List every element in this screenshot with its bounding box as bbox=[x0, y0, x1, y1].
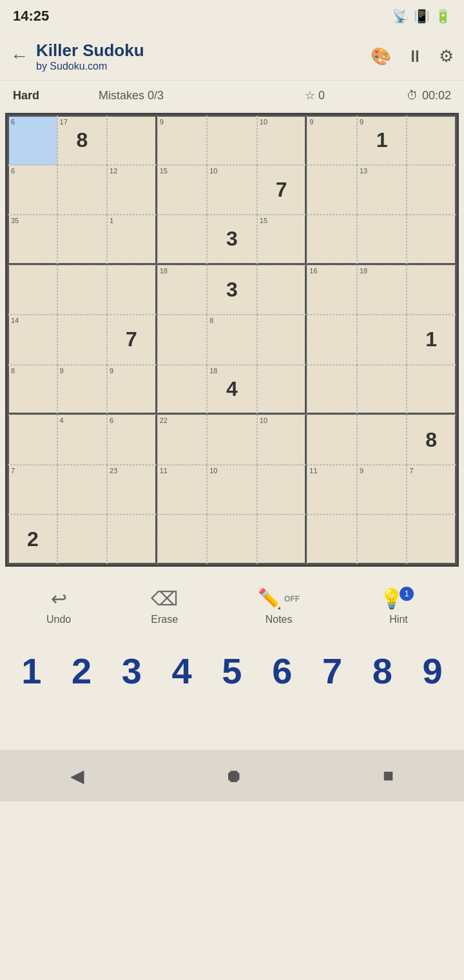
cell-r4-c0[interactable]: 14 bbox=[7, 315, 57, 365]
cell-r1-c7[interactable]: 13 bbox=[357, 165, 407, 215]
cell-r5-c6[interactable] bbox=[307, 365, 357, 415]
cell-r2-c1[interactable] bbox=[57, 215, 108, 265]
cell-r1-c5[interactable]: 7 bbox=[257, 165, 307, 215]
cell-r5-c0[interactable]: 8 bbox=[7, 365, 57, 415]
numpad-8[interactable]: 8 bbox=[360, 650, 404, 692]
cell-r7-c8[interactable]: 7 bbox=[407, 465, 457, 515]
cell-r7-c5[interactable] bbox=[257, 465, 307, 515]
cell-r7-c2[interactable]: 23 bbox=[107, 465, 157, 515]
cell-r2-c6[interactable] bbox=[307, 215, 357, 265]
cell-r5-c5[interactable] bbox=[257, 365, 307, 415]
cell-r6-c0[interactable] bbox=[7, 415, 57, 465]
cell-r6-c3[interactable]: 22 bbox=[157, 415, 208, 465]
cell-r1-c8[interactable] bbox=[407, 165, 457, 215]
cell-r0-c5[interactable]: 10 bbox=[257, 115, 307, 165]
numpad-4[interactable]: 4 bbox=[160, 650, 204, 692]
cell-r8-c5[interactable] bbox=[257, 514, 307, 565]
cell-r4-c8[interactable]: 1 bbox=[407, 315, 457, 365]
cell-r5-c8[interactable] bbox=[407, 365, 457, 415]
cell-r1-c2[interactable]: 12 bbox=[107, 165, 157, 215]
undo-button[interactable]: ↩ Undo bbox=[46, 587, 71, 625]
cell-r4-c4[interactable]: 8 bbox=[207, 315, 257, 365]
cell-r7-c4[interactable]: 10 bbox=[207, 465, 257, 515]
cell-r1-c1[interactable] bbox=[57, 165, 108, 215]
cell-r0-c2[interactable] bbox=[107, 115, 157, 165]
nav-home-button[interactable]: ⏺ bbox=[225, 765, 243, 787]
numpad-9[interactable]: 9 bbox=[411, 650, 454, 692]
hint-button[interactable]: 💡 1 Hint bbox=[380, 587, 418, 625]
cell-r3-c0[interactable] bbox=[7, 265, 57, 315]
cell-r2-c4[interactable]: 3 bbox=[207, 215, 257, 265]
cell-r2-c0[interactable]: 35 bbox=[7, 215, 57, 265]
nav-back-button[interactable]: ◀ bbox=[70, 765, 84, 787]
cell-r8-c2[interactable] bbox=[107, 514, 157, 565]
cell-r2-c5[interactable]: 15 bbox=[257, 215, 307, 265]
cell-r8-c0[interactable]: 2 bbox=[7, 514, 57, 565]
cell-r8-c3[interactable] bbox=[157, 514, 208, 565]
cell-r3-c8[interactable] bbox=[407, 265, 457, 315]
cell-r4-c7[interactable] bbox=[357, 315, 407, 365]
cell-r5-c3[interactable] bbox=[157, 365, 208, 415]
cell-r1-c4[interactable]: 10 bbox=[207, 165, 257, 215]
cell-r2-c8[interactable] bbox=[407, 215, 457, 265]
back-button[interactable]: ← bbox=[10, 46, 28, 66]
cell-r0-c4[interactable] bbox=[207, 115, 257, 165]
numpad-5[interactable]: 5 bbox=[210, 650, 254, 692]
cell-r5-c2[interactable]: 9 bbox=[107, 365, 157, 415]
numpad-6[interactable]: 6 bbox=[260, 650, 304, 692]
settings-icon[interactable]: ⚙ bbox=[439, 46, 454, 66]
cell-r3-c5[interactable] bbox=[257, 265, 307, 315]
notes-button[interactable]: ✏️ OFF Notes bbox=[258, 587, 300, 625]
cell-r8-c8[interactable] bbox=[407, 514, 457, 565]
cell-r5-c1[interactable]: 9 bbox=[57, 365, 108, 415]
cell-r0-c0[interactable]: 6 bbox=[7, 115, 57, 165]
numpad-2[interactable]: 2 bbox=[60, 650, 104, 692]
cell-r8-c1[interactable] bbox=[57, 514, 108, 565]
erase-button[interactable]: ⌫ Erase bbox=[151, 587, 178, 625]
cell-r7-c1[interactable] bbox=[57, 465, 108, 515]
cell-r6-c1[interactable]: 4 bbox=[57, 415, 108, 465]
cell-r7-c7[interactable]: 9 bbox=[357, 465, 407, 515]
cell-r0-c3[interactable]: 9 bbox=[157, 115, 208, 165]
cell-r8-c4[interactable] bbox=[207, 514, 257, 565]
cell-r6-c4[interactable] bbox=[207, 415, 257, 465]
nav-recents-button[interactable]: ■ bbox=[383, 765, 394, 786]
cell-r7-c0[interactable]: 7 bbox=[7, 465, 57, 515]
palette-icon[interactable]: 🎨 bbox=[371, 46, 391, 66]
cell-r3-c1[interactable] bbox=[57, 265, 108, 315]
cell-r3-c3[interactable]: 18 bbox=[157, 265, 208, 315]
cell-r8-c7[interactable] bbox=[357, 514, 407, 565]
cell-r3-c2[interactable] bbox=[107, 265, 157, 315]
cell-r3-c6[interactable]: 16 bbox=[307, 265, 357, 315]
cell-r6-c8[interactable]: 8 bbox=[407, 415, 457, 465]
pause-icon[interactable]: ⏸ bbox=[407, 46, 423, 66]
cell-r4-c1[interactable] bbox=[57, 315, 108, 365]
cell-r8-c6[interactable] bbox=[307, 514, 357, 565]
cell-r4-c3[interactable] bbox=[157, 315, 208, 365]
cell-r5-c7[interactable] bbox=[357, 365, 407, 415]
cell-r1-c0[interactable]: 6 bbox=[7, 165, 57, 215]
cell-r0-c6[interactable]: 9 bbox=[307, 115, 357, 165]
cell-r0-c7[interactable]: 91 bbox=[357, 115, 407, 165]
sudoku-grid[interactable]: 6178910991612151071335131518316181478189… bbox=[5, 113, 459, 567]
cell-r2-c2[interactable]: 1 bbox=[107, 215, 157, 265]
numpad-3[interactable]: 3 bbox=[110, 650, 153, 692]
cell-r7-c3[interactable]: 11 bbox=[157, 465, 208, 515]
cell-r7-c6[interactable]: 11 bbox=[307, 465, 357, 515]
cell-r4-c2[interactable]: 7 bbox=[107, 315, 157, 365]
numpad-7[interactable]: 7 bbox=[310, 650, 354, 692]
cell-r6-c6[interactable] bbox=[307, 415, 357, 465]
cell-r2-c7[interactable] bbox=[357, 215, 407, 265]
cell-r5-c4[interactable]: 184 bbox=[207, 365, 257, 415]
cell-r4-c5[interactable] bbox=[257, 315, 307, 365]
cell-r6-c5[interactable]: 10 bbox=[257, 415, 307, 465]
cell-r1-c3[interactable]: 15 bbox=[157, 165, 208, 215]
cell-r3-c4[interactable]: 3 bbox=[207, 265, 257, 315]
cell-r0-c8[interactable] bbox=[407, 115, 457, 165]
cell-r4-c6[interactable] bbox=[307, 315, 357, 365]
cell-r0-c1[interactable]: 178 bbox=[57, 115, 108, 165]
cell-r2-c3[interactable] bbox=[157, 215, 208, 265]
numpad-1[interactable]: 1 bbox=[10, 650, 53, 692]
cell-r3-c7[interactable]: 18 bbox=[357, 265, 407, 315]
cell-r1-c6[interactable] bbox=[307, 165, 357, 215]
